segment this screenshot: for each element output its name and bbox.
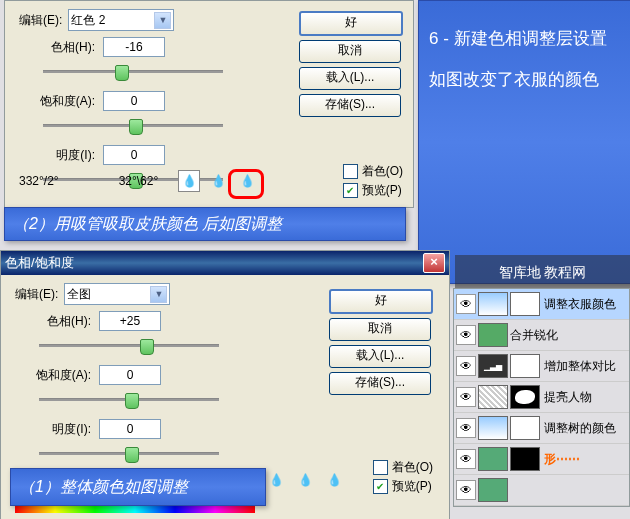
curves-icon — [478, 385, 508, 409]
save-button-2[interactable]: 存储(S)... — [329, 372, 431, 395]
caption-step-2: （2）用吸管吸取皮肤颜色 后如图调整 — [4, 207, 406, 241]
edit-select-2[interactable]: 全图 ▼ — [64, 283, 170, 305]
sat-input[interactable]: 0 — [103, 91, 165, 111]
lig-label-2: 明度(I): — [31, 421, 91, 438]
layer-mask-thumb — [510, 292, 540, 316]
layer-name: 增加整体对比 — [544, 358, 616, 375]
eyedropper-icon[interactable]: 💧 — [178, 170, 200, 192]
visibility-icon[interactable]: 👁 — [456, 387, 476, 407]
edit-select[interactable]: 红色 2 ▼ — [68, 9, 174, 31]
eyedropper-sub-icon-2[interactable]: 💧 — [324, 469, 346, 491]
save-button[interactable]: 存储(S)... — [299, 94, 401, 117]
colorize-checkbox-2[interactable]: 着色(O) — [373, 459, 433, 476]
edit-select-value: 红色 2 — [71, 12, 105, 29]
preview-checkbox-2[interactable]: ✔预览(P) — [373, 478, 433, 495]
dialog-title: 色相/饱和度 — [5, 254, 74, 272]
layer-thumb — [478, 447, 508, 471]
layer-name: 调整衣服颜色 — [544, 296, 616, 313]
edit-label: 编辑(E): — [19, 12, 62, 29]
visibility-icon[interactable]: 👁 — [456, 480, 476, 500]
eyedropper-icon-2[interactable]: 💧 — [265, 469, 287, 491]
layer-row[interactable]: 👁 — [454, 475, 629, 506]
layer-thumb — [478, 416, 508, 440]
load-button[interactable]: 载入(L)... — [299, 67, 401, 90]
hue-input-2[interactable]: +25 — [99, 311, 161, 331]
hue-label-2: 色相(H): — [31, 313, 91, 330]
load-button-2[interactable]: 载入(L)... — [329, 345, 431, 368]
layers-panel: 👁 调整衣服颜色 👁 合并锐化 👁 ▁▃▅ 增加整体对比 👁 提亮人物 👁 调整… — [453, 288, 630, 507]
close-icon[interactable]: × — [423, 253, 445, 273]
sat-label-2: 饱和度(A): — [31, 367, 91, 384]
preview-checkbox[interactable]: ✔预览(P) — [343, 182, 403, 199]
sat-slider-2[interactable] — [39, 391, 219, 407]
degree-range-1: 332°/2° — [19, 174, 59, 188]
curves-icon: ▁▃▅ — [478, 354, 508, 378]
watermark-bar: 智库地 教程网 — [455, 255, 630, 290]
eyedropper-add-icon-2[interactable]: 💧 — [294, 469, 316, 491]
instruction-box: 6 - 新建色相调整层设置 如图改变了衣服的颜色 — [418, 0, 630, 284]
visibility-icon[interactable]: 👁 — [456, 294, 476, 314]
ok-button-2[interactable]: 好 — [329, 289, 433, 314]
visibility-icon[interactable]: 👁 — [456, 418, 476, 438]
lig-slider-2[interactable] — [39, 445, 219, 461]
instruction-line-2: 如图改变了衣服的颜色 — [429, 60, 630, 101]
cancel-button-2[interactable]: 取消 — [329, 318, 431, 341]
colorize-checkbox[interactable]: 着色(O) — [343, 163, 403, 180]
ok-button[interactable]: 好 — [299, 11, 403, 36]
visibility-icon[interactable]: 👁 — [456, 449, 476, 469]
eyedropper-sub-icon[interactable]: 💧 — [237, 170, 259, 192]
layer-row[interactable]: 👁 提亮人物 — [454, 382, 629, 413]
dialog-titlebar: 色相/饱和度 × — [1, 251, 449, 275]
layer-row[interactable]: 👁 合并锐化 — [454, 320, 629, 351]
sat-label: 饱和度(A): — [35, 93, 95, 110]
hue-label: 色相(H): — [35, 39, 95, 56]
layer-row[interactable]: 👁 调整衣服颜色 — [454, 289, 629, 320]
lig-input-2[interactable]: 0 — [99, 419, 161, 439]
visibility-icon[interactable]: 👁 — [456, 356, 476, 376]
layer-name: 提亮人物 — [544, 389, 592, 406]
layer-mask-thumb — [510, 416, 540, 440]
layer-mask-thumb — [510, 354, 540, 378]
layer-name: 合并锐化 — [510, 327, 558, 344]
hue-sat-panel-top: 编辑(E): 红色 2 ▼ 好 取消 载入(L)... 存储(S)... 色相(… — [4, 0, 414, 208]
layer-row[interactable]: 👁 ▁▃▅ 增加整体对比 — [454, 351, 629, 382]
layer-thumb — [478, 292, 508, 316]
sat-input-2[interactable]: 0 — [99, 365, 161, 385]
hue-slider[interactable] — [43, 63, 223, 79]
eyedropper-add-icon[interactable]: 💧 — [208, 170, 230, 192]
layer-row[interactable]: 👁 形⋯⋯ — [454, 444, 629, 475]
layer-mask-thumb — [510, 447, 540, 471]
degree-range-2: 32°\62° — [119, 174, 159, 188]
layer-thumb — [478, 478, 508, 502]
layer-thumb — [478, 323, 508, 347]
hue-input[interactable]: -16 — [103, 37, 165, 57]
chevron-down-icon: ▼ — [154, 12, 171, 29]
layer-name: 调整树的颜色 — [544, 420, 616, 437]
layer-row[interactable]: 👁 调整树的颜色 — [454, 413, 629, 444]
sat-slider[interactable] — [43, 117, 223, 133]
cancel-button[interactable]: 取消 — [299, 40, 401, 63]
edit-select-value-2: 全图 — [67, 286, 91, 303]
layer-name: 形⋯⋯ — [544, 451, 580, 468]
chevron-down-icon: ▼ — [150, 286, 167, 303]
hue-slider-2[interactable] — [39, 337, 219, 353]
edit-label-2: 编辑(E): — [15, 286, 58, 303]
instruction-line-1: 6 - 新建色相调整层设置 — [429, 19, 630, 60]
layer-mask-thumb — [510, 385, 540, 409]
caption-step-1: （1）整体颜色如图调整 — [10, 468, 266, 506]
visibility-icon[interactable]: 👁 — [456, 325, 476, 345]
